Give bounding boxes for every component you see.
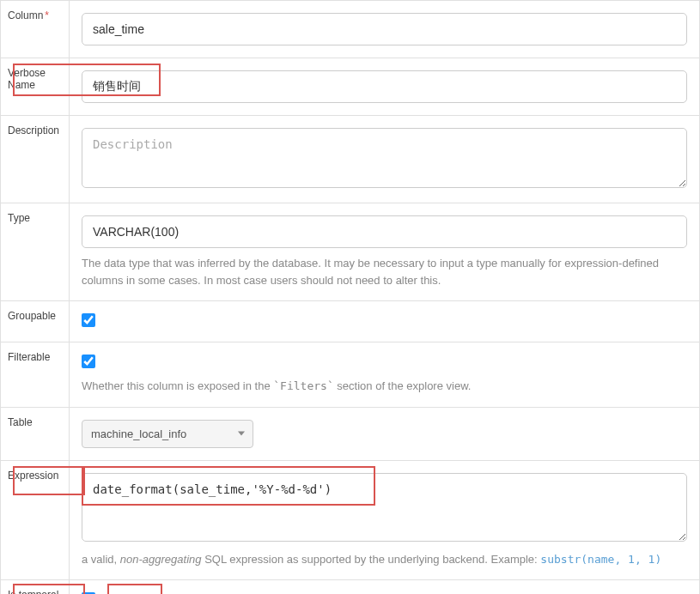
row-verbose-name: Verbose Name <box>1 58 700 116</box>
expression-help-em: non-aggregating <box>120 553 202 566</box>
label-column-text: Column <box>8 9 43 21</box>
filterable-help-text: Whether this column is exposed in the `F… <box>82 378 687 395</box>
groupable-checkbox[interactable] <box>82 313 95 327</box>
required-asterisk: * <box>45 9 49 21</box>
expression-help-mid: SQL expression as supported by the under… <box>202 553 541 566</box>
expression-help-code: substr(name, 1, 1) <box>540 553 661 566</box>
row-is-temporal: Is temporal Whether to make this column … <box>1 580 700 595</box>
row-description: Description <box>1 116 700 203</box>
label-filterable: Filterable <box>1 342 70 408</box>
row-type: Type The data type that was inferred by … <box>1 203 700 301</box>
type-input[interactable] <box>82 215 687 248</box>
table-select[interactable]: machine_local_info <box>82 420 253 448</box>
label-description: Description <box>1 116 70 203</box>
row-expression: Expression date_format(sale_time,'%Y-%d-… <box>1 460 700 580</box>
row-filterable: Filterable Whether this column is expose… <box>1 342 700 408</box>
row-groupable: Groupable <box>1 301 700 342</box>
label-verbose-name: Verbose Name <box>1 58 70 116</box>
label-is-temporal: Is temporal <box>1 580 70 595</box>
label-table: Table <box>1 407 70 460</box>
filterable-help-code: `Filters` <box>273 379 333 392</box>
column-input[interactable] <box>82 13 687 45</box>
table-select-wrap[interactable]: machine_local_info <box>82 420 253 448</box>
filterable-help-prefix: Whether this column is exposed in the <box>82 379 273 392</box>
filterable-help-suffix: section of the explore view. <box>334 379 472 392</box>
expression-help-text: a valid, non-aggregating SQL expression … <box>82 551 687 568</box>
filterable-checkbox[interactable] <box>82 355 95 368</box>
label-expression: Expression <box>1 460 70 580</box>
type-help-text: The data type that was inferred by the d… <box>82 255 687 288</box>
verbose-name-input[interactable] <box>82 70 687 103</box>
expression-help-prefix: a valid, <box>82 553 120 566</box>
description-textarea[interactable] <box>82 128 687 188</box>
expression-textarea[interactable]: date_format(sale_time,'%Y-%d-%d') <box>82 473 687 542</box>
row-table: Table machine_local_info <box>1 407 700 460</box>
label-type: Type <box>1 203 70 301</box>
row-column: Column* <box>1 1 700 58</box>
label-column: Column* <box>1 1 70 58</box>
column-form-table: Column* Verbose Name Description Type Th… <box>0 0 700 594</box>
label-groupable: Groupable <box>1 301 70 342</box>
